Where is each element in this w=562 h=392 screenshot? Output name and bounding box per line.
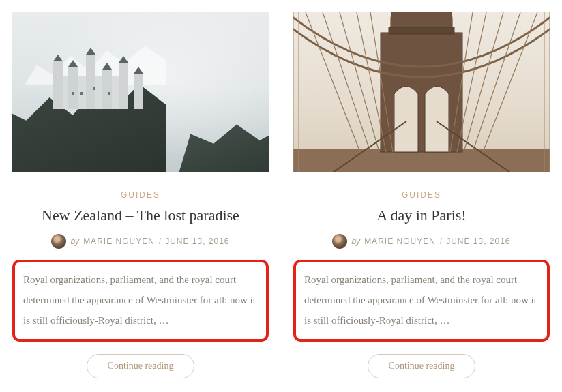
meta-separator: / xyxy=(159,237,161,246)
avatar xyxy=(51,234,66,249)
continue-reading-wrap: Continue reading xyxy=(293,354,550,378)
decorative-castle xyxy=(53,48,149,109)
svg-line-4 xyxy=(323,12,370,152)
svg-line-3 xyxy=(306,12,360,152)
svg-rect-1 xyxy=(381,33,462,152)
post-title-link[interactable]: New Zealand – The lost paradise xyxy=(42,207,239,224)
post-card: GUIDES New Zealand – The lost paradise b… xyxy=(12,12,269,378)
svg-line-5 xyxy=(340,12,379,152)
post-date-link[interactable]: JUNE 13, 2016 xyxy=(446,237,510,246)
post-author-link[interactable]: MARIE NGUYEN xyxy=(83,237,155,246)
post-card: GUIDES A day in Paris! by MARIE NGUYEN /… xyxy=(293,12,550,378)
excerpt-highlight-box: Royal organizations, parliament, and the… xyxy=(12,260,269,342)
post-thumbnail[interactable] xyxy=(293,12,550,172)
continue-reading-wrap: Continue reading xyxy=(12,354,269,378)
post-author-link[interactable]: MARIE NGUYEN xyxy=(364,237,436,246)
post-date-link[interactable]: JUNE 13, 2016 xyxy=(165,237,229,246)
avatar xyxy=(332,234,347,249)
post-meta: by MARIE NGUYEN / JUNE 13, 2016 xyxy=(293,234,550,249)
svg-line-8 xyxy=(483,12,537,152)
post-category-link[interactable]: GUIDES xyxy=(12,190,269,200)
svg-line-9 xyxy=(473,12,520,152)
post-excerpt: Royal organizations, parliament, and the… xyxy=(23,269,258,331)
post-grid: GUIDES New Zealand – The lost paradise b… xyxy=(12,12,550,378)
svg-rect-2 xyxy=(389,27,454,34)
post-category-link[interactable]: GUIDES xyxy=(293,190,550,200)
by-label: by xyxy=(351,237,360,246)
continue-reading-button[interactable]: Continue reading xyxy=(87,354,195,378)
excerpt-highlight-box: Royal organizations, parliament, and the… xyxy=(293,260,550,342)
continue-reading-button[interactable]: Continue reading xyxy=(368,354,476,378)
decorative-bridge xyxy=(293,12,550,172)
post-excerpt: Royal organizations, parliament, and the… xyxy=(304,269,539,331)
post-thumbnail[interactable] xyxy=(12,12,269,172)
svg-line-10 xyxy=(464,12,503,152)
post-title-link[interactable]: A day in Paris! xyxy=(376,207,466,224)
meta-separator: / xyxy=(440,237,442,246)
by-label: by xyxy=(70,237,79,246)
post-meta: by MARIE NGUYEN / JUNE 13, 2016 xyxy=(12,234,269,249)
